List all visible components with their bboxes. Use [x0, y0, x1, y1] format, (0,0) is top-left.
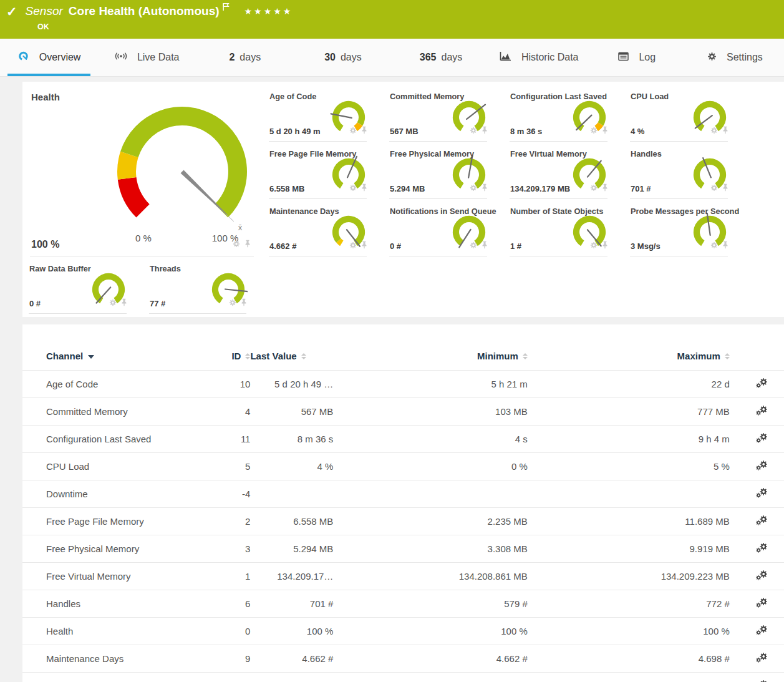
cell-channel[interactable]: Notifications in Send Queue	[22, 673, 205, 682]
cell-id: 1	[205, 563, 251, 590]
pin-icon[interactable]	[601, 240, 609, 251]
gear-icon[interactable]	[229, 298, 236, 309]
tab-log[interactable]: Log	[588, 39, 686, 76]
channel-settings-gears-icon[interactable]	[755, 490, 768, 500]
cell-maximum: 777 MB	[528, 398, 730, 426]
pin-icon[interactable]	[481, 240, 488, 251]
tab-365-days[interactable]: 365 days	[392, 39, 490, 76]
gear-icon[interactable]	[233, 239, 240, 250]
cell-channel[interactable]: Free Physical Memory	[22, 535, 205, 563]
gauge-value: 0 #	[390, 241, 401, 251]
channel-settings-gears-icon[interactable]	[755, 462, 768, 473]
table-row: Downtime-4	[22, 480, 784, 508]
gauge-icon	[17, 51, 29, 64]
mini-gauge-tile: Free Physical Memory5.294 MB	[383, 142, 503, 199]
gear-icon[interactable]	[590, 240, 598, 251]
col-header-id[interactable]: ID	[205, 346, 251, 371]
gear-icon[interactable]	[590, 183, 598, 194]
cell-id: 5	[205, 453, 251, 480]
col-header-last-value[interactable]: Last Value	[250, 346, 333, 371]
channel-settings-gears-icon[interactable]	[755, 655, 768, 665]
cell-maximum: 4.698 #	[528, 645, 730, 673]
gear-icon[interactable]	[710, 240, 718, 251]
gauge-label: Threads	[150, 264, 181, 273]
pin-icon[interactable]	[244, 239, 251, 250]
cell-minimum: 3.308 MB	[333, 535, 527, 563]
col-header-channel[interactable]: Channel	[22, 346, 205, 371]
cell-id: 3	[205, 535, 251, 563]
cell-channel[interactable]: Health	[22, 618, 205, 645]
channel-settings-gears-icon[interactable]	[755, 380, 768, 391]
cell-channel[interactable]: Free Virtual Memory	[22, 563, 205, 590]
cell-minimum: 0 #	[333, 673, 527, 682]
sort-icon	[725, 353, 730, 359]
pin-icon[interactable]	[601, 125, 609, 137]
cell-channel[interactable]: Age of Code	[22, 371, 205, 398]
tab-live-data[interactable]: Live Data	[98, 39, 196, 76]
channel-settings-gears-icon[interactable]	[755, 517, 768, 528]
pin-icon[interactable]	[120, 298, 128, 309]
tab-overview[interactable]: Overview	[0, 39, 98, 76]
tab-historic-data[interactable]: Historic Data	[490, 39, 588, 76]
gear-icon[interactable]	[349, 125, 357, 137]
sort-icon	[245, 353, 250, 359]
cell-maximum: 772 #	[528, 590, 730, 618]
tab-settings[interactable]: Settings	[686, 39, 784, 76]
gauge-value: 134.209.179 MB	[510, 184, 570, 193]
pin-icon[interactable]	[722, 125, 729, 137]
pin-icon[interactable]	[481, 183, 488, 194]
channels-panel: Channel ID Last Value Minimum Maximum Ag…	[22, 324, 784, 682]
tab-2-days[interactable]: 2 days	[196, 39, 294, 76]
gauge-value: 701 #	[631, 184, 651, 193]
cell-channel[interactable]: Handles	[22, 590, 205, 618]
cell-channel[interactable]: Free Page File Memory	[22, 508, 205, 535]
channel-settings-gears-icon[interactable]	[755, 627, 768, 638]
col-header-maximum[interactable]: Maximum	[528, 346, 730, 371]
cell-minimum	[333, 480, 527, 508]
cell-channel[interactable]: Downtime	[22, 480, 205, 508]
cell-last-value: 0 #	[250, 673, 333, 682]
pin-icon[interactable]	[361, 240, 368, 251]
table-row: Configuration Last Saved118 m 36 s4 s9 h…	[22, 426, 784, 453]
channel-settings-gears-icon[interactable]	[755, 600, 768, 610]
gear-icon[interactable]	[349, 240, 357, 251]
mini-gauge-tile: Raw Data Buffer0 #	[22, 256, 143, 314]
status-check-icon: ✓	[6, 5, 17, 18]
gear-icon[interactable]	[109, 298, 117, 309]
cell-last-value: 4 %	[250, 453, 333, 480]
pin-icon[interactable]	[240, 298, 248, 309]
pin-icon[interactable]	[361, 183, 368, 194]
pin-icon[interactable]	[361, 125, 368, 137]
gauge-label: Configuration Last Saved	[510, 92, 607, 101]
channel-settings-gears-icon[interactable]	[755, 407, 768, 418]
cell-channel[interactable]: Configuration Last Saved	[22, 426, 205, 453]
cell-channel[interactable]: CPU Load	[22, 453, 205, 480]
gauge-label: Handles	[631, 149, 662, 158]
gear-icon[interactable]	[470, 183, 477, 194]
flag-icon[interactable]	[223, 2, 230, 14]
cell-channel[interactable]: Maintenance Days	[22, 645, 205, 673]
cell-maximum: 5 %	[528, 453, 730, 480]
cell-channel[interactable]: Committed Memory	[22, 398, 205, 426]
pin-icon[interactable]	[722, 183, 729, 194]
pin-icon[interactable]	[722, 240, 729, 251]
gear-icon[interactable]	[470, 125, 477, 137]
cell-maximum	[528, 480, 730, 508]
gauge-value: 8 m 36 s	[510, 127, 542, 136]
gear-icon[interactable]	[349, 183, 357, 194]
channel-settings-gears-icon[interactable]	[755, 435, 768, 446]
channel-settings-gears-icon[interactable]	[755, 572, 768, 583]
pin-icon[interactable]	[601, 183, 609, 194]
priority-stars[interactable]: ★★★★★	[244, 7, 293, 16]
channel-settings-gears-icon[interactable]	[755, 545, 768, 555]
gauge-value: 5.294 MB	[390, 184, 425, 193]
pin-icon[interactable]	[481, 125, 488, 137]
gear-icon[interactable]	[710, 125, 718, 137]
table-row: Health0100 %100 %100 %	[22, 618, 784, 645]
gear-icon[interactable]	[710, 183, 718, 194]
table-row: Handles6701 #579 #772 #	[22, 590, 784, 618]
tab-30-days[interactable]: 30 days	[294, 39, 392, 76]
gear-icon[interactable]	[470, 240, 477, 251]
col-header-minimum[interactable]: Minimum	[333, 346, 527, 371]
gear-icon[interactable]	[590, 125, 598, 137]
